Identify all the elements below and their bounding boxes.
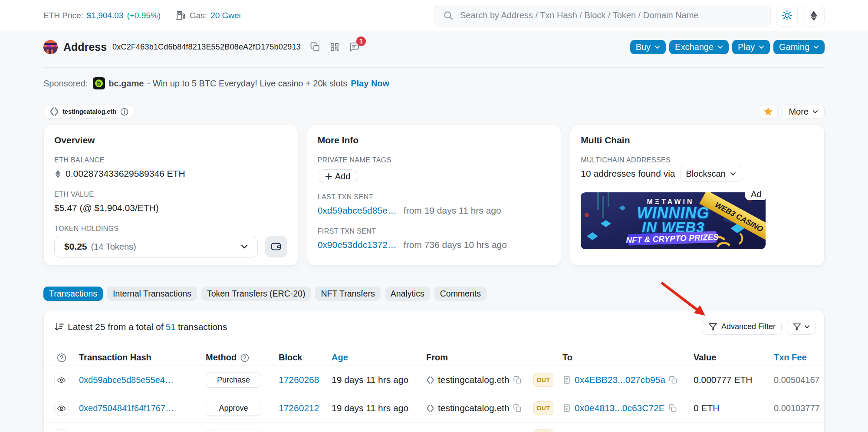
block-link[interactable]: 17260268 bbox=[279, 375, 332, 385]
preview-txn-button[interactable] bbox=[54, 429, 69, 432]
metawin-ad-banner[interactable]: MΞTAWIN WINNING WINNING IN WEB3 IN WEB3 … bbox=[581, 192, 766, 249]
gaming-button[interactable]: Gaming bbox=[773, 40, 825, 54]
theme-toggle-button[interactable] bbox=[776, 5, 798, 26]
transactions-card: Latest 25 from a total of 51 transaction… bbox=[43, 310, 825, 432]
gas-value[interactable]: 20 Gwei bbox=[210, 11, 241, 20]
direction-badge: OUT bbox=[533, 373, 553, 387]
tab-analytics[interactable]: Analytics bbox=[385, 287, 430, 301]
preview-txn-button[interactable] bbox=[54, 373, 69, 387]
buy-button-label: Buy bbox=[636, 42, 651, 52]
eth-balance-value: 0.002873433629589346 ETH bbox=[66, 168, 185, 179]
txn-hash-link[interactable]: 0xed7504841f64f1767… bbox=[79, 403, 196, 413]
comment-count-badge: 1 bbox=[356, 36, 366, 46]
tab-nft-transfers[interactable]: NFT Transfers bbox=[315, 287, 380, 301]
sponsored-text: - Win up to 5 BTC Everyday! Live casino … bbox=[147, 79, 347, 89]
bcgame-link[interactable]: bc.game bbox=[108, 79, 144, 89]
summary-suffix: transactions bbox=[178, 322, 227, 332]
add-name-tag-button[interactable]: Add bbox=[318, 169, 358, 183]
price-gas-strip: ETH Price: $1,904.03 (+0.95%) Gas: 20 Gw… bbox=[43, 10, 241, 21]
contract-icon bbox=[562, 404, 571, 412]
top-navigation-bar: ETH Price: $1,904.03 (+0.95%) Gas: 20 Gw… bbox=[0, 0, 868, 31]
blockscan-select[interactable]: Blockscan bbox=[680, 166, 742, 181]
search-icon bbox=[443, 10, 454, 21]
ens-brackets-icon bbox=[426, 404, 434, 412]
col-to: To bbox=[562, 353, 694, 363]
first-txn-time: from 736 days 10 hrs ago bbox=[404, 240, 507, 250]
addresses-found-text: 10 addresses found via bbox=[581, 168, 675, 179]
multichain-title: Multi Chain bbox=[581, 135, 814, 146]
buy-button[interactable]: Buy bbox=[630, 40, 666, 54]
chevron-down-icon bbox=[813, 45, 819, 49]
copy-icon[interactable] bbox=[513, 376, 522, 384]
wallet-button[interactable] bbox=[265, 236, 287, 257]
copy-address-icon[interactable] bbox=[310, 42, 320, 52]
last-txn-hash-link[interactable]: 0xd59abce5d85e… bbox=[318, 205, 397, 216]
ens-brackets-icon bbox=[426, 376, 434, 384]
gas-pump-icon bbox=[175, 10, 186, 21]
token-holdings-value: $0.25 bbox=[64, 241, 87, 252]
qr-code-icon[interactable] bbox=[329, 42, 340, 52]
more-info-card: More Info PRIVATE NAME TAGS Add LAST TXN… bbox=[307, 125, 562, 266]
first-txn-sent-label: FIRST TXN SENT bbox=[318, 228, 551, 235]
filter-dropdown-button[interactable] bbox=[787, 319, 815, 335]
add-name-tag-label: Add bbox=[335, 171, 351, 181]
summary-count[interactable]: 51 bbox=[166, 322, 176, 332]
col-age[interactable]: Age bbox=[332, 353, 426, 363]
to-address-link[interactable]: 0x0e4813...0c63C72E bbox=[575, 403, 665, 413]
tab-comments[interactable]: Comments bbox=[434, 287, 487, 301]
copy-icon[interactable] bbox=[668, 404, 677, 412]
gaming-button-label: Gaming bbox=[779, 42, 809, 52]
ens-brackets-icon bbox=[49, 107, 59, 116]
bcgame-logo: b bbox=[93, 77, 105, 89]
network-eth-button[interactable] bbox=[803, 5, 825, 26]
copy-icon[interactable] bbox=[669, 376, 677, 384]
play-now-link[interactable]: Play Now bbox=[351, 79, 389, 89]
play-button[interactable]: Play bbox=[732, 40, 770, 54]
overview-card: Overview ETH BALANCE 0.00287343362958934… bbox=[43, 125, 298, 266]
method-badge[interactable]: Approve bbox=[206, 401, 261, 416]
help-icon[interactable] bbox=[56, 353, 67, 363]
bcgame-logo-letter: b bbox=[97, 80, 101, 87]
ens-name-tag[interactable]: testingcatalog.eth bbox=[43, 105, 135, 119]
ens-name-label: testingcatalog.eth bbox=[62, 108, 116, 115]
eth-glyph-icon bbox=[54, 170, 62, 178]
blockscan-label: Blockscan bbox=[686, 169, 726, 179]
transaction-row: 0xed7504841f64f1767… Approve 17260212 19… bbox=[44, 394, 824, 422]
tab-token-transfers[interactable]: Token Transfers (ERC-20) bbox=[201, 287, 311, 301]
favorite-button[interactable] bbox=[759, 105, 778, 119]
copy-icon[interactable] bbox=[513, 404, 522, 412]
help-icon[interactable] bbox=[240, 353, 250, 363]
tab-transactions[interactable]: Transactions bbox=[43, 287, 103, 301]
contract-icon bbox=[562, 376, 571, 384]
token-holdings-select[interactable]: $0.25 (14 Tokens) bbox=[54, 236, 258, 257]
from-address[interactable]: testingcatalog.eth bbox=[438, 403, 510, 413]
txn-hash-link[interactable]: 0xd59abce5d85e55e4… bbox=[79, 375, 196, 385]
more-button[interactable]: More bbox=[782, 105, 825, 119]
star-icon bbox=[763, 106, 773, 117]
comments-icon[interactable]: 1 bbox=[349, 42, 360, 53]
advanced-filter-button[interactable]: Advanced Filter bbox=[702, 319, 782, 335]
method-badge[interactable]: Purchase bbox=[206, 373, 261, 388]
txn-age: 19 days 11 hrs ago bbox=[332, 403, 426, 413]
more-button-label: More bbox=[789, 107, 809, 117]
sun-icon bbox=[781, 10, 793, 21]
last-txn-sent-label: LAST TXN SENT bbox=[318, 193, 551, 201]
address-avatar bbox=[43, 40, 58, 54]
preview-txn-button[interactable] bbox=[54, 401, 69, 416]
exchange-button[interactable]: Exchange bbox=[669, 40, 729, 54]
search-input[interactable] bbox=[460, 10, 762, 20]
from-address[interactable]: testingcatalog.eth bbox=[438, 375, 510, 385]
search-bar[interactable] bbox=[434, 5, 771, 26]
play-button-label: Play bbox=[738, 42, 755, 52]
tab-internal-transactions[interactable]: Internal Transactions bbox=[107, 287, 197, 301]
header-divider bbox=[43, 67, 825, 68]
col-txn-fee[interactable]: Txn Fee bbox=[774, 353, 824, 363]
block-link[interactable]: 17260212 bbox=[279, 403, 332, 413]
col-block: Block bbox=[279, 353, 332, 363]
chevron-down-icon bbox=[804, 325, 810, 329]
info-icon bbox=[120, 107, 129, 116]
eth-price-value[interactable]: $1,904.03 bbox=[87, 11, 124, 20]
first-txn-hash-link[interactable]: 0x90e53ddc1372… bbox=[318, 240, 397, 250]
method-badge[interactable]: Approve bbox=[206, 429, 261, 432]
to-address-link[interactable]: 0x4EBB23...027cb95a bbox=[575, 375, 665, 385]
